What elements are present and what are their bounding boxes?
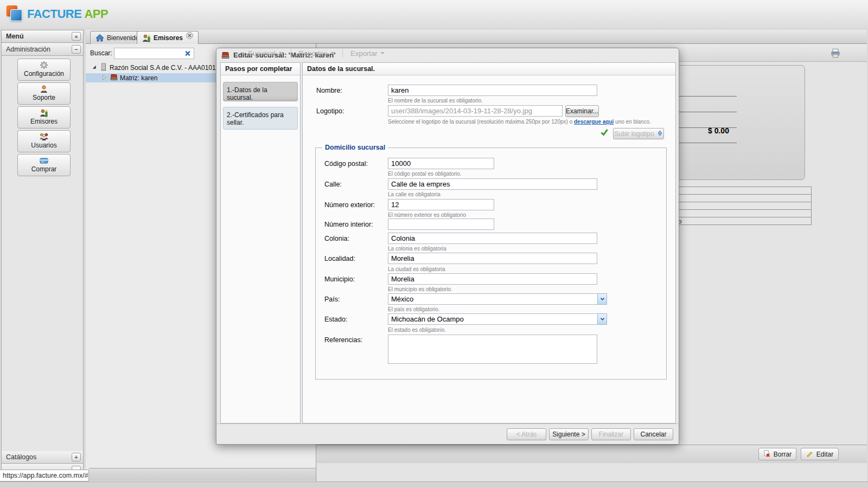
domicilio-legend: Domicilio sucursal: [322, 144, 388, 151]
sidebar-item-comprar[interactable]: Comprar: [17, 154, 71, 176]
upload-arrow-icon: [657, 130, 663, 138]
chevron-down-icon: [380, 52, 385, 54]
examinar-button[interactable]: Examinar...: [565, 105, 599, 117]
nombre-help: El nombre de la sucursal es obligatorio.: [388, 98, 483, 104]
pais-help: El país es obligatorio.: [388, 306, 440, 312]
municipio-help: El municipio es obligatorio.: [388, 286, 452, 292]
finalizar-button[interactable]: Finalizar: [591, 428, 631, 440]
calle-field[interactable]: [388, 178, 597, 190]
search-label: Buscar:: [90, 49, 112, 57]
print-icon[interactable]: [830, 48, 841, 59]
sidebar-item-usuarios[interactable]: Usuarios: [17, 130, 71, 152]
siguiente-button[interactable]: Siguiente >: [549, 428, 589, 440]
atras-button[interactable]: < Atrás: [507, 428, 546, 440]
estado-label: Estado:: [324, 316, 347, 323]
step-2[interactable]: 2.-Certificados para sellar.: [223, 107, 298, 130]
tree-root-label: Razón Social S.A de C.V. - AAA010101A: [110, 64, 227, 72]
editar-label: Editar: [816, 451, 833, 458]
sidebar-item-soporte[interactable]: Soporte: [17, 82, 71, 105]
editar-sucursal-modal: Editar sucursal: 'Matriz: karen' Pasos p…: [216, 48, 679, 445]
logo-icon: [5, 4, 24, 23]
expanded-arrow-icon[interactable]: [91, 64, 97, 72]
sidebar-section-catalogos[interactable]: Catálogos +: [2, 451, 83, 464]
delete-page-icon: [763, 450, 770, 459]
logotipo-help: Seleccione el logotipo de la sucursal (r…: [388, 119, 651, 125]
tab-emisores[interactable]: Emisores: [137, 31, 199, 44]
building-icon: [100, 63, 107, 73]
pais-select[interactable]: [388, 293, 607, 305]
estado-value[interactable]: [388, 313, 597, 325]
menu-exportar-label: Exportar: [350, 49, 377, 57]
colonia-label: Colonia:: [324, 235, 349, 242]
colonia-field[interactable]: [388, 233, 597, 244]
borrar-label: Borrar: [774, 451, 792, 458]
sidebar-item-configuracion[interactable]: Configuración: [17, 59, 71, 81]
home-icon: [95, 34, 104, 42]
collapsed-arrow-icon[interactable]: [101, 74, 107, 82]
sidebar-item-emisores[interactable]: Emisores: [17, 106, 71, 129]
estado-select[interactable]: [388, 313, 607, 325]
modal-footer: < Atrás Siguiente > Finalizar Cancelar: [216, 423, 679, 444]
borrar-button[interactable]: Borrar: [758, 448, 796, 460]
localidad-help: La ciudad es obligatoria: [388, 266, 445, 272]
pencil-icon: [806, 450, 813, 459]
context-toolbar: Sucursal Reportes Exportar: [240, 48, 392, 59]
localidad-field[interactable]: [388, 253, 597, 264]
amount-value: $ 0.00: [708, 126, 729, 135]
nombre-field[interactable]: [388, 85, 597, 96]
calle-label: Calle:: [324, 181, 342, 188]
tab-emisores-label: Emisores: [154, 34, 183, 42]
bottom-strip: [0, 481, 868, 488]
nombre-label: Nombre:: [316, 87, 342, 94]
sidebar-section-administracion[interactable]: Administración −: [2, 43, 83, 56]
chevron-down-icon[interactable]: [597, 313, 607, 325]
menu-reportes-label: Reportes: [299, 49, 328, 57]
clear-search-icon[interactable]: [184, 49, 193, 57]
tree-matriz-label: Matriz: karen: [120, 74, 157, 82]
gear-icon: [40, 61, 48, 69]
codigo-postal-field[interactable]: [388, 158, 494, 169]
subir-logotipo-button[interactable]: Subir logotipo: [613, 128, 664, 139]
catalogos-label: Catálogos: [6, 453, 36, 461]
comprar-label: Comprar: [18, 165, 70, 173]
catalogos-expand-button[interactable]: +: [72, 453, 81, 461]
chevron-down-icon[interactable]: [597, 293, 607, 305]
cancelar-button[interactable]: Cancelar: [634, 428, 673, 440]
users-group-icon: [40, 132, 48, 141]
localidad-label: Localidad:: [324, 255, 355, 262]
status-url-tooltip: https://app.facture.com.mx/#: [0, 470, 89, 481]
administracion-collapse-button[interactable]: −: [72, 45, 81, 54]
pais-value[interactable]: [388, 293, 597, 305]
tab-bar: Bienvenido Emisores: [86, 30, 867, 44]
codigo-postal-label: Código postal:: [324, 160, 368, 168]
steps-panel-header: Pasos por completar: [221, 63, 300, 75]
menu-reportes: Reportes: [291, 49, 343, 57]
estado-help: El estado es obligatorio.: [388, 327, 446, 333]
brand-facture: FACTURE: [27, 7, 81, 21]
configuracion-label: Configuración: [18, 70, 70, 78]
sidebar-menu-header: Menú «: [2, 30, 83, 43]
referencias-field[interactable]: [388, 335, 597, 364]
descargue-aqui-link[interactable]: descargue aqui: [574, 119, 614, 125]
close-icon[interactable]: [186, 32, 193, 39]
colonia-help: La colonia es obligatoria: [388, 246, 446, 252]
siguiente-label: Siguiente >: [552, 431, 585, 438]
search-input[interactable]: [114, 48, 194, 59]
examinar-label: Examinar...: [566, 107, 598, 115]
municipio-field[interactable]: [388, 273, 597, 285]
sidebar-collapse-button[interactable]: «: [72, 32, 81, 41]
atras-label: < Atrás: [516, 431, 537, 438]
emisores-label: Emisores: [18, 118, 70, 125]
emitter-person-icon: [40, 108, 48, 117]
codigo-postal-help: El código postal es obligatorio.: [388, 171, 462, 177]
numero-exterior-field[interactable]: [388, 199, 494, 210]
logotipo-field[interactable]: [388, 105, 563, 117]
chevron-down-icon: [279, 52, 283, 54]
sidebar: Menú « Administración − Configuración So…: [1, 30, 84, 481]
step-1[interactable]: 1.-Datos de la sucursal.: [223, 82, 298, 101]
numero-interior-field[interactable]: [388, 219, 494, 230]
editar-button[interactable]: Editar: [801, 448, 839, 460]
menu-sucursal-label: Sucursal: [248, 49, 276, 57]
logotipo-help-pre: Seleccione el logotipo de la sucursal (r…: [388, 119, 574, 125]
sucursal-icon: [110, 73, 118, 82]
